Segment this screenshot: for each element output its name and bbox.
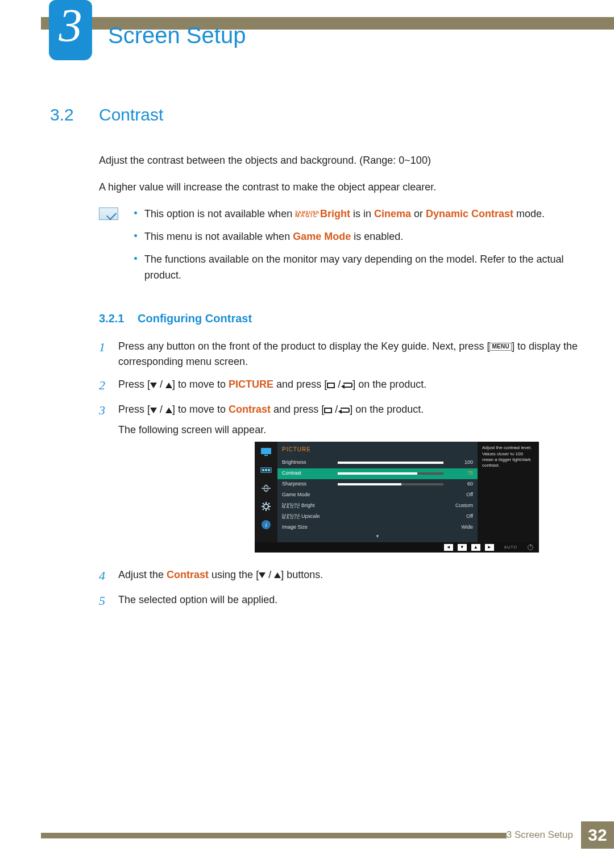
txt: Bright [301, 502, 315, 508]
osd-sidebar: i [255, 442, 277, 542]
osd-label: SAMSUNGMAGICUpscale [282, 513, 334, 521]
contrast-text: Contrast [167, 569, 209, 580]
osd-row-brightness: Brightness 100 [277, 458, 478, 468]
note-item-1: This option is not available when SAMSUN… [134, 206, 580, 222]
picture-text: PICTURE [229, 379, 273, 390]
dynamic-contrast-text: Dynamic Contrast [426, 208, 513, 219]
osd-power-icon [528, 545, 533, 550]
svg-rect-5 [268, 469, 270, 471]
osd-screenshot: i PICTURE Brightness 100 Contr [255, 442, 580, 553]
steps-list: 1 Press any button on the front of the p… [99, 339, 580, 611]
intro-line-1: Adjust the contrast between the objects … [99, 153, 580, 168]
osd-label: Contrast [282, 470, 334, 477]
game-mode-text: Game Mode [293, 231, 351, 242]
txt: Press any button on the front of the pro… [118, 340, 489, 352]
up-icon [274, 572, 281, 578]
step-5: 5 The selected option will be applied. [99, 592, 580, 610]
step-number: 2 [99, 376, 118, 395]
subsection-title: Configuring Contrast [138, 312, 252, 325]
step-1: 1 Press any button on the front of the p… [99, 339, 580, 371]
step-number: 5 [99, 591, 118, 610]
osd-more-icon: ▼ [277, 533, 478, 542]
source-icon [327, 383, 335, 388]
footer-bar [41, 833, 507, 838]
osd-value: 60 [447, 480, 473, 488]
osd-footer: ◄ ▼ ▲ ► AUTO [255, 542, 539, 553]
osd-main: PICTURE Brightness 100 Contrast 75 [277, 442, 478, 542]
up-icon [165, 383, 172, 388]
txt: ] on the product. [350, 404, 424, 415]
osd-row-imagesize: Image Size Wide [277, 522, 478, 533]
txt: or [411, 208, 426, 219]
chapter-badge: 3 [49, 0, 92, 60]
source-icon [324, 408, 332, 413]
enter-icon [343, 383, 352, 388]
txt: Press [ [118, 379, 150, 390]
txt: and press [ [273, 379, 327, 390]
step-4: 4 Adjust the Contrast using the [ / ] bu… [99, 567, 580, 585]
svg-text:i: i [265, 521, 267, 528]
page-footer: 3 Screen Setup 32 [41, 821, 614, 849]
osd-label: Image Size [282, 524, 334, 531]
txt: ] buttons. [281, 569, 323, 580]
step-text: Press [ / ] to move to Contrast and pres… [118, 402, 580, 560]
step-2: 2 Press [ / ] to move to PICTURE and pre… [99, 377, 580, 395]
osd-side-settings-icon [259, 501, 273, 512]
txt: MAGIC [282, 505, 301, 509]
osd-side-picture-icon [259, 446, 273, 458]
up-icon [165, 408, 172, 413]
step-number: 3 [99, 401, 118, 560]
txt: is in [350, 208, 374, 219]
note-list: This option is not available when SAMSUN… [134, 206, 580, 290]
chapter-number: 3 [59, 2, 82, 49]
osd-label: SAMSUNGMAGICBright [282, 502, 334, 510]
svg-rect-1 [264, 455, 268, 456]
osd-label: Game Mode [282, 491, 334, 499]
txt: using the [ [209, 569, 259, 580]
txt: mode. [513, 208, 545, 219]
step-text: The selected option will be applied. [118, 592, 580, 610]
txt: Adjust the [118, 569, 167, 580]
down-icon [150, 383, 157, 388]
svg-rect-3 [262, 469, 264, 471]
section-number: 3.2 [50, 105, 99, 124]
svg-rect-0 [261, 448, 271, 454]
samsung-magic-inline: SAMSUNGMAGIC [295, 211, 320, 218]
osd-value: Off [447, 513, 473, 521]
intro-line-2: A higher value will increase the contras… [99, 180, 580, 195]
bright-text: Bright [320, 208, 350, 219]
osd-row-contrast: Contrast 75 [277, 468, 478, 479]
step-3: 3 Press [ / ] to move to Contrast and pr… [99, 402, 580, 560]
contrast-text: Contrast [229, 404, 271, 415]
osd-nav-down-icon: ▼ [458, 544, 467, 551]
osd-slider [338, 483, 443, 485]
osd-heading: PICTURE [277, 442, 478, 458]
osd-nav-right-icon: ► [485, 544, 494, 551]
subsection-heading: 3.2.1 Configuring Contrast [99, 312, 580, 325]
note-item-3: The functions available on the monitor m… [134, 252, 580, 284]
osd-value: 100 [447, 459, 473, 467]
svg-rect-4 [265, 469, 267, 471]
osd-slider [338, 462, 443, 464]
osd-row-gamemode: Game Mode Off [277, 490, 478, 501]
note-item-2: This menu is not available when Game Mod… [134, 229, 580, 245]
down-icon [150, 408, 157, 413]
txt: Press [ [118, 404, 150, 415]
osd-row-magicupscale: SAMSUNGMAGICUpscale Off [277, 512, 478, 522]
note-icon [99, 207, 118, 220]
section-heading: 3.2 Contrast [50, 105, 580, 124]
txt: and press [ [271, 404, 324, 415]
chapter-title: Screen Setup [108, 23, 246, 48]
osd-tooltip: Adjust the contrast level. Values closer… [478, 442, 539, 542]
txt: This option is not available when [144, 208, 295, 219]
osd-auto-label: AUTO [504, 545, 517, 551]
osd-label: Brightness [282, 459, 334, 467]
step-text: Press any button on the front of the pro… [118, 339, 580, 371]
txt: is enabled. [351, 231, 403, 242]
down-icon [259, 572, 265, 578]
txt: Upscale [301, 513, 320, 519]
osd-label: Sharpness [282, 480, 334, 488]
note-block: This option is not available when SAMSUN… [99, 206, 580, 290]
txt: The following screen will appear. [118, 424, 266, 435]
intro-block: Adjust the contrast between the objects … [99, 153, 580, 195]
